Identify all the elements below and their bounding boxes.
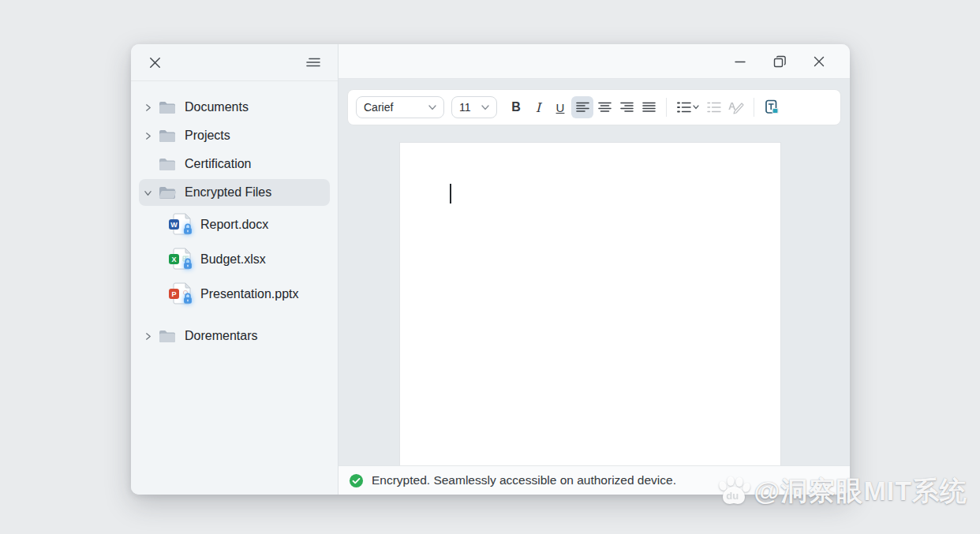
align-right-icon	[620, 102, 634, 113]
lock-icon	[182, 292, 193, 308]
italic-button[interactable]: I	[527, 96, 549, 118]
align-justify-icon	[642, 102, 656, 113]
font-family-value: Carief	[364, 101, 393, 114]
editor-area: Carief 11 B I U	[339, 79, 850, 465]
align-center-button[interactable]	[593, 96, 615, 118]
folder-icon	[158, 128, 177, 144]
powerpoint-badge: P	[169, 289, 179, 299]
underline-button[interactable]: U	[549, 96, 571, 118]
chevron-right-icon[interactable]	[142, 332, 153, 341]
tree-item-label: Projects	[185, 129, 230, 143]
insert-textbox-button[interactable]	[761, 96, 783, 118]
insert-textbox-icon	[763, 99, 780, 116]
bullet-list-button[interactable]	[673, 96, 703, 118]
align-left-icon	[576, 102, 589, 113]
menu-icon[interactable]	[305, 55, 322, 69]
file-item-budget-xlsx[interactable]: X Budget.xlsx	[139, 242, 330, 277]
sidebar-header	[131, 44, 338, 81]
titlebar	[339, 44, 850, 79]
tree-item-dorementars[interactable]: Dorementars	[139, 323, 330, 349]
toolbar-divider	[666, 98, 667, 117]
file-item-label: Report.docx	[200, 218, 268, 232]
font-family-select[interactable]: Carief	[356, 96, 444, 118]
folder-open-icon	[158, 185, 177, 200]
file-item-presentation-pptx[interactable]: P Presentation.pptx	[139, 277, 330, 312]
align-right-button[interactable]	[615, 96, 638, 118]
status-bar: Encrypted. Seamlessly accessible on auth…	[339, 465, 850, 495]
tree-item-label: Documents	[185, 100, 249, 114]
status-message: Encrypted. Seamlessly accessible on auth…	[372, 473, 676, 487]
excel-badge: X	[169, 254, 179, 264]
document-page[interactable]	[399, 142, 781, 465]
tree-item-encrypted-files[interactable]: Encrypted Files	[139, 179, 330, 206]
tree-item-certification[interactable]: Certification	[139, 151, 330, 177]
success-check-icon	[349, 473, 364, 488]
indent-list-button[interactable]	[703, 96, 725, 118]
restore-icon[interactable]	[771, 53, 788, 70]
indent-list-icon	[707, 102, 721, 113]
file-item-label: Budget.xlsx	[200, 252, 266, 267]
minimize-icon[interactable]	[731, 53, 749, 70]
chevron-down-icon	[481, 105, 489, 110]
chevron-down-icon	[693, 105, 699, 110]
lock-icon	[182, 257, 193, 273]
text-cursor	[450, 184, 451, 204]
numbered-list-icon	[677, 102, 691, 113]
align-left-button[interactable]	[571, 96, 593, 118]
tree-item-label: Certification	[185, 157, 251, 171]
sidebar: Documents Projects	[131, 44, 339, 495]
lock-icon	[182, 222, 193, 238]
chevron-down-icon[interactable]	[142, 189, 153, 197]
format-pen-icon: A	[728, 100, 744, 114]
formatting-toolbar: Carief 11 B I U	[347, 89, 841, 125]
folder-tree: Documents Projects	[131, 81, 338, 351]
clear-format-button[interactable]: A	[725, 96, 747, 118]
tree-item-documents[interactable]: Documents	[139, 94, 330, 121]
app-window: Documents Projects	[131, 44, 850, 495]
toolbar-divider	[754, 98, 754, 117]
font-size-select[interactable]: 11	[451, 96, 497, 118]
chevron-right-icon[interactable]	[142, 103, 153, 112]
file-item-label: Presentation.pptx	[200, 287, 299, 301]
folder-icon	[158, 328, 177, 344]
editor-panel: Carief 11 B I U	[339, 44, 850, 495]
tree-item-label: Encrypted Files	[185, 185, 271, 200]
powerpoint-file-icon: P	[169, 282, 193, 307]
align-center-icon	[598, 102, 612, 113]
close-window-icon[interactable]	[810, 53, 828, 70]
close-icon[interactable]	[147, 54, 163, 71]
italic-glyph: I	[536, 100, 540, 115]
bold-glyph: B	[511, 100, 521, 114]
word-badge: W	[169, 219, 179, 230]
folder-icon	[158, 156, 177, 172]
tree-item-label: Dorementars	[185, 329, 257, 343]
bold-button[interactable]: B	[505, 96, 527, 118]
folder-icon	[158, 99, 177, 115]
chevron-right-icon[interactable]	[142, 132, 153, 140]
file-item-report-docx[interactable]: W Report.docx	[139, 207, 330, 242]
font-size-value: 11	[459, 101, 471, 114]
word-file-icon: W	[169, 212, 193, 237]
chevron-down-icon	[428, 105, 436, 110]
tree-item-projects[interactable]: Projects	[139, 122, 330, 149]
underline-glyph: U	[556, 101, 565, 114]
align-justify-button[interactable]	[638, 96, 660, 118]
excel-file-icon: X	[169, 247, 193, 272]
